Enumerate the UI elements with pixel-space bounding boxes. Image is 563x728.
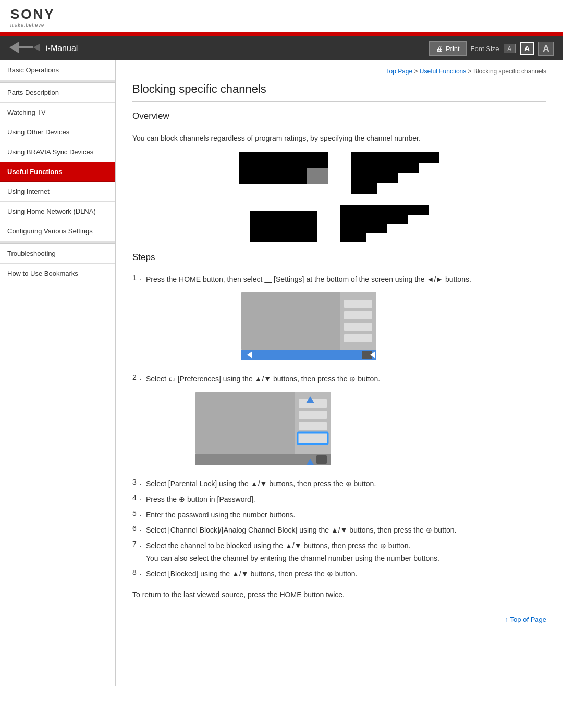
sidebar-item-how-to-use-bookmarks[interactable]: How to Use Bookmarks: [0, 264, 115, 283]
step-8-num: 8．: [132, 568, 146, 577]
svg-rect-5: [307, 152, 328, 184]
svg-rect-31: [299, 422, 327, 430]
sidebar-item-basic-operations[interactable]: Basic Operations: [0, 60, 115, 80]
step-3-num: 3．: [132, 478, 146, 487]
top-of-page-link[interactable]: ↑ Top of Page: [505, 615, 546, 623]
overview-title: Overview: [132, 111, 546, 125]
step-5: 5． Enter the password using the number b…: [132, 509, 546, 522]
step-5-num: 5．: [132, 509, 146, 519]
svg-rect-3: [239, 152, 307, 184]
svg-rect-14: [340, 233, 366, 242]
step-1-screenshot: [241, 292, 376, 362]
svg-rect-28: [295, 392, 295, 454]
step-2-text: Select 🗂 [Preferences] using the ▲/▼ but…: [146, 375, 380, 383]
font-size-label: Font Size: [471, 45, 499, 53]
step-1: 1． Press the HOME button, then select ＿ …: [132, 274, 546, 369]
step-8-text: Select [Blocked] using the ▲/▼ buttons, …: [146, 568, 358, 581]
font-medium-button[interactable]: A: [520, 42, 534, 55]
sony-logo: SONY: [10, 6, 553, 22]
svg-rect-10: [250, 211, 317, 242]
step-2: 2． Select 🗂 [Preferences] using the ▲/▼ …: [132, 373, 546, 474]
svg-rect-9: [351, 183, 377, 194]
svg-rect-11: [340, 205, 429, 215]
sidebar-item-using-other-devices[interactable]: Using Other Devices: [0, 122, 115, 142]
sidebar-item-using-bravia-sync[interactable]: Using BRAVIA Sync Devices: [0, 142, 115, 162]
sidebar-item-parts-description[interactable]: Parts Description: [0, 83, 115, 103]
breadcrumb: Top Page > Useful Functions > Blocking s…: [132, 68, 546, 75]
nav-bar: i-Manual 🖨 Print Font Size A A A: [0, 36, 563, 60]
svg-marker-2: [33, 44, 40, 51]
step-2-num: 2．: [132, 373, 146, 382]
steps-title: Steps: [132, 252, 546, 266]
sidebar-item-useful-functions[interactable]: Useful Functions: [0, 162, 115, 182]
tv-image-3: [250, 205, 317, 242]
step-7-text: Select the channel to be blocked using t…: [146, 541, 410, 550]
breadcrumb-current: Blocking specific channels: [473, 68, 546, 75]
sidebar: Basic Operations Parts Description Watch…: [0, 60, 116, 686]
svg-rect-22: [241, 350, 376, 360]
font-large-button[interactable]: A: [538, 42, 554, 56]
nav-icon: [9, 42, 41, 56]
svg-rect-32: [298, 433, 328, 444]
overview-images: [132, 152, 546, 242]
sidebar-item-configuring-various-settings[interactable]: Configuring Various Settings: [0, 221, 115, 241]
svg-rect-30: [299, 411, 327, 419]
svg-rect-13: [340, 224, 387, 233]
svg-marker-0: [9, 42, 19, 53]
svg-rect-20: [344, 323, 372, 331]
svg-rect-21: [344, 334, 372, 342]
step-6: 6． Select [Channel Block]/[Analog Channe…: [132, 524, 546, 537]
tv-image-2: [351, 152, 439, 194]
svg-rect-1: [18, 46, 33, 48]
steps-list: 1． Press the HOME button, then select ＿ …: [132, 274, 546, 580]
svg-rect-35: [316, 455, 327, 464]
app-title: i-Manual: [46, 44, 78, 53]
content-area: Top Page > Useful Functions > Blocking s…: [116, 60, 563, 686]
sidebar-item-using-internet[interactable]: Using Internet: [0, 182, 115, 202]
breadcrumb-useful-functions[interactable]: Useful Functions: [420, 68, 466, 75]
sidebar-item-using-home-network[interactable]: Using Home Network (DLNA): [0, 202, 115, 221]
print-button[interactable]: 🖨 Print: [429, 41, 467, 56]
footer-text: To return to the last viewed source, pre…: [132, 589, 546, 600]
tv-image-4: [340, 205, 429, 242]
step-6-text: Select [Channel Block]/[Analog Channel B…: [146, 524, 456, 537]
breadcrumb-top-page[interactable]: Top Page: [386, 68, 412, 75]
step-1-num: 1．: [132, 274, 146, 283]
page-title: Blocking specific channels: [132, 82, 546, 102]
sony-tagline: make.believe: [10, 22, 553, 28]
step-7-sub-text: You can also select the channel by enter…: [146, 554, 439, 562]
overview-text: You can block channels regardless of pro…: [132, 132, 546, 144]
step-4-num: 4．: [132, 493, 146, 503]
font-small-button[interactable]: A: [504, 44, 516, 53]
step-1-text: Press the HOME button, then select ＿ [Se…: [146, 275, 471, 283]
step-6-num: 6．: [132, 524, 146, 534]
sidebar-item-troubleshooting[interactable]: Troubleshooting: [0, 244, 115, 264]
sidebar-item-watching-tv[interactable]: Watching TV: [0, 103, 115, 122]
print-icon: 🖨: [436, 44, 443, 53]
step-7-num: 7．: [132, 540, 146, 549]
step-7: 7． Select the channel to be blocked usin…: [132, 540, 546, 565]
step-5-text: Enter the password using the number butt…: [146, 509, 295, 522]
top-of-page-container: ↑ Top of Page: [132, 615, 546, 623]
step-2-screenshot: [195, 392, 331, 466]
svg-rect-19: [344, 311, 372, 319]
step-4-text: Press the ⊕ button in [Password].: [146, 493, 255, 506]
svg-rect-6: [351, 152, 439, 163]
svg-rect-8: [351, 173, 398, 183]
svg-rect-7: [351, 163, 419, 173]
svg-rect-12: [340, 215, 408, 224]
step-8: 8． Select [Blocked] using the ▲/▼ button…: [132, 568, 546, 581]
tv-image-1: [239, 152, 328, 194]
step-3: 3． Select [Parental Lock] using the ▲/▼ …: [132, 478, 546, 490]
svg-rect-18: [344, 300, 372, 308]
breadcrumb-sep-2: >: [468, 68, 473, 75]
svg-rect-17: [340, 292, 340, 350]
step-4: 4． Press the ⊕ button in [Password].: [132, 493, 546, 506]
red-accent-bar: [0, 32, 563, 36]
step-3-text: Select [Parental Lock] using the ▲/▼ but…: [146, 478, 376, 490]
breadcrumb-sep-1: >: [414, 68, 420, 75]
